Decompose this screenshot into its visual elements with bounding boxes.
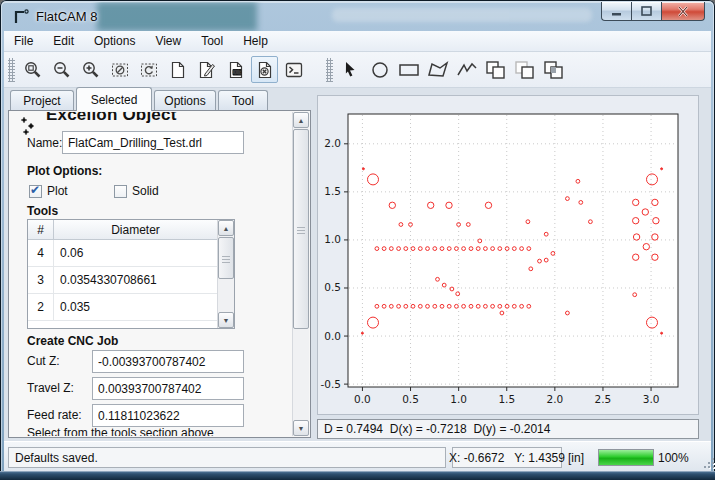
tool-row[interactable]: 30.0354330708661 bbox=[28, 267, 217, 294]
new-file-button[interactable] bbox=[164, 56, 191, 83]
cut-z-input[interactable] bbox=[92, 350, 244, 373]
shell-button[interactable] bbox=[280, 56, 307, 83]
tab-project[interactable]: Project bbox=[10, 90, 74, 111]
measure-readout: D = 0.7494 D(x) = -0.7218 D(y) = -0.2014 bbox=[317, 419, 699, 439]
menu-help[interactable]: Help bbox=[233, 31, 278, 51]
window-title: FlatCAM 8 bbox=[36, 9, 97, 24]
zoom-in-icon bbox=[81, 60, 101, 80]
zoom-out-button[interactable] bbox=[48, 56, 75, 83]
table-scrollbar-thumb[interactable] bbox=[218, 237, 234, 279]
resize-grip[interactable] bbox=[704, 466, 706, 468]
menu-edit[interactable]: Edit bbox=[43, 31, 84, 51]
menu-file[interactable]: File bbox=[4, 31, 43, 51]
geo-subtract-button[interactable] bbox=[511, 56, 538, 83]
plot-options-label: Plot Options: bbox=[27, 164, 102, 178]
tool-diameter-cell[interactable]: 0.035 bbox=[54, 300, 217, 314]
tool-row[interactable]: 40.06 bbox=[28, 240, 217, 267]
drill-hole-marker bbox=[361, 332, 363, 334]
delete-object-icon bbox=[255, 60, 275, 80]
panel-scroll-up-button[interactable]: ▲ bbox=[293, 112, 309, 128]
zoom-in-button[interactable] bbox=[77, 56, 104, 83]
x-tick-label: 3.0 bbox=[643, 393, 660, 405]
y-tick-label: 0.0 bbox=[324, 330, 341, 342]
col-diameter: Diameter bbox=[54, 223, 217, 237]
geo-union-button[interactable] bbox=[482, 56, 509, 83]
panel-scrollbar[interactable]: ▲ ▼ bbox=[292, 112, 309, 436]
solid-checkbox[interactable]: Solid bbox=[114, 184, 159, 198]
ok-file-icon: Ok bbox=[226, 60, 246, 80]
tab-tool[interactable]: Tool bbox=[218, 90, 268, 111]
title-bar[interactable]: FlatCAM 8 bbox=[2, 2, 713, 31]
solid-checkbox-box[interactable] bbox=[114, 185, 127, 198]
maximize-button[interactable] bbox=[631, 2, 661, 21]
name-label: Name: bbox=[27, 136, 62, 150]
tab-selected[interactable]: Selected bbox=[76, 87, 152, 111]
draw-polygon-button[interactable] bbox=[424, 56, 451, 83]
clear-plot-button[interactable] bbox=[106, 56, 133, 83]
panel-scroll-down-button[interactable]: ▼ bbox=[293, 420, 309, 436]
travel-z-input[interactable] bbox=[92, 377, 244, 400]
minimize-button[interactable] bbox=[601, 2, 631, 21]
select-arrow-button[interactable] bbox=[337, 56, 364, 83]
work-area: ProjectSelectedOptionsTool Excellon Obje… bbox=[4, 88, 711, 441]
minimize-icon bbox=[611, 7, 623, 16]
draw-rectangle-button[interactable] bbox=[395, 56, 422, 83]
tools-table-header: #Diameter bbox=[28, 220, 217, 240]
y-tick-label: 1.5 bbox=[324, 185, 341, 197]
tool-number-cell[interactable]: 4 bbox=[28, 240, 54, 266]
table-scrollbar[interactable]: ▲ ▼ bbox=[217, 220, 234, 328]
y-tick-label: 1.0 bbox=[324, 233, 341, 245]
svg-text:Ok: Ok bbox=[233, 69, 241, 75]
tool-diameter-cell[interactable]: 0.06 bbox=[54, 246, 217, 260]
x-tick-label: 0.0 bbox=[354, 393, 371, 405]
tools-hint-label: Select from the tools section above bbox=[27, 426, 214, 436]
flatcam-logo-icon bbox=[12, 8, 30, 26]
tool-row[interactable]: 20.035 bbox=[28, 294, 217, 321]
toolbar-drag-handle[interactable] bbox=[326, 58, 333, 82]
tool-row-partial[interactable] bbox=[28, 321, 217, 329]
close-icon bbox=[677, 6, 689, 17]
drill-plot-canvas[interactable]: 0.00.51.01.52.02.53.0-0.50.00.51.01.52.0 bbox=[318, 96, 698, 414]
menu-options[interactable]: Options bbox=[84, 31, 145, 51]
name-input[interactable] bbox=[62, 131, 244, 154]
replot-icon bbox=[139, 60, 159, 80]
close-button[interactable] bbox=[661, 2, 705, 21]
toolbar-drag-handle[interactable] bbox=[8, 58, 15, 82]
replot-button[interactable] bbox=[135, 56, 162, 83]
x-tick-label: 0.5 bbox=[402, 393, 419, 405]
plot-checkbox-box[interactable] bbox=[29, 185, 42, 198]
drill-hole-marker bbox=[661, 332, 663, 334]
clear-plot-icon bbox=[110, 60, 130, 80]
status-message: Defaults saved. bbox=[8, 447, 446, 468]
window-bottom-border bbox=[0, 471, 715, 480]
plot-checkbox-label: Plot bbox=[47, 184, 68, 198]
edit-file-icon bbox=[197, 60, 217, 80]
tool-diameter-cell[interactable]: 0.0354330708661 bbox=[54, 273, 217, 287]
edit-file-button[interactable] bbox=[193, 56, 220, 83]
panel-title: Excellon Object bbox=[46, 112, 266, 125]
table-scroll-up-button[interactable]: ▲ bbox=[218, 220, 234, 236]
tool-number-cell[interactable]: 3 bbox=[28, 267, 54, 293]
geo-intersect-button[interactable] bbox=[540, 56, 567, 83]
menu-view[interactable]: View bbox=[145, 31, 191, 51]
plot-checkbox[interactable]: Plot bbox=[29, 184, 68, 198]
tab-options[interactable]: Options bbox=[154, 90, 216, 111]
menu-tool[interactable]: Tool bbox=[191, 31, 233, 51]
toolbar: Ok bbox=[4, 52, 711, 88]
feed-rate-input[interactable] bbox=[92, 404, 244, 427]
panel-scrollbar-thumb[interactable] bbox=[293, 129, 309, 329]
cnc-section-label: Create CNC Job bbox=[27, 334, 118, 348]
draw-circle-icon bbox=[369, 60, 391, 80]
drill-hole-marker bbox=[661, 168, 663, 170]
draw-path-icon bbox=[455, 60, 479, 80]
table-scroll-down-button[interactable]: ▼ bbox=[218, 312, 234, 328]
mouse-coordinates: X: -0.6672 Y: 1.4359 bbox=[452, 447, 562, 468]
delete-object-button[interactable] bbox=[251, 56, 278, 83]
tools-table[interactable]: #Diameter40.0630.035433070866120.035 ▲ ▼ bbox=[27, 219, 235, 329]
draw-path-button[interactable] bbox=[453, 56, 480, 83]
tool-number-cell[interactable]: 2 bbox=[28, 294, 54, 320]
ok-file-button[interactable]: Ok bbox=[222, 56, 249, 83]
zoom-fit-button[interactable] bbox=[19, 56, 46, 83]
plot-panel[interactable]: 0.00.51.01.52.02.53.0-0.50.00.51.01.52.0 bbox=[317, 95, 699, 415]
draw-circle-button[interactable] bbox=[366, 56, 393, 83]
